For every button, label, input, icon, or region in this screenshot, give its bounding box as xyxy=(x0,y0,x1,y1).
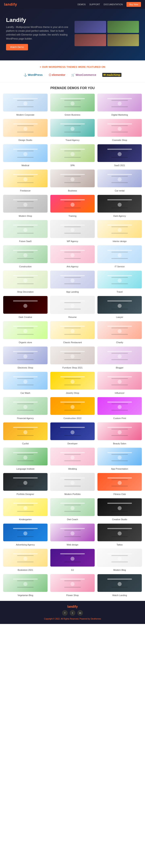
demo-thumbnail xyxy=(3,321,48,339)
demo-item[interactable]: IT Service xyxy=(97,245,142,268)
demo-item[interactable]: SPA xyxy=(50,144,95,167)
nav-demos[interactable]: DEMOS xyxy=(77,3,86,6)
elementor-logo: ⬡ elementor xyxy=(49,73,66,76)
demo-label: Financial Agency xyxy=(17,417,34,420)
demo-item[interactable]: Developer xyxy=(50,422,95,445)
demo-item[interactable]: Digital Marketing xyxy=(97,94,142,116)
demo-label: Cosmetic Shop xyxy=(112,139,127,141)
nav-docs[interactable]: DOCUMENTATION xyxy=(103,3,123,6)
demo-item[interactable]: Language Institute xyxy=(3,447,48,470)
demo-item[interactable]: Cyclist xyxy=(3,422,48,445)
demo-thumbnail xyxy=(3,549,48,567)
watch-demo-button[interactable]: Watch Demo xyxy=(6,44,28,50)
demo-item[interactable]: Organic store xyxy=(3,321,48,344)
demo-item[interactable]: Beauty Salon xyxy=(97,422,142,445)
platform-wordpress: ⚓ WordPress xyxy=(24,73,43,76)
demo-item[interactable]: Blogger xyxy=(97,346,142,369)
demo-item[interactable]: Interior design xyxy=(97,220,142,243)
demo-item[interactable]: Business xyxy=(50,169,95,192)
instagram-icon[interactable]: in xyxy=(77,610,83,616)
demo-item[interactable]: Modern Portfolio xyxy=(50,473,95,496)
demo-label: Organic store xyxy=(19,341,32,344)
demo-label: Charity xyxy=(116,341,123,344)
demo-thumbnail xyxy=(50,321,95,339)
demo-item[interactable]: Shop Decoration xyxy=(3,271,48,293)
demo-label: Digital Marketing xyxy=(111,114,128,116)
demo-item[interactable]: Car Wash xyxy=(3,372,48,395)
demo-item[interactable]: DJ xyxy=(50,549,95,571)
demo-item[interactable]: Cosmetic Shop xyxy=(97,119,142,142)
demo-item[interactable]: Car rental xyxy=(97,169,142,192)
hero-img-2 xyxy=(107,21,139,33)
demo-label: Dark Creative xyxy=(19,316,32,318)
demo-label: Business xyxy=(68,189,77,192)
demo-item[interactable]: Classic Restaurant xyxy=(50,321,95,344)
demo-item[interactable]: App Presentation xyxy=(97,447,142,470)
demo-item[interactable]: Custom Print xyxy=(97,397,142,420)
demo-item[interactable]: Design Studio xyxy=(3,119,48,142)
demo-item[interactable]: Diet Coach xyxy=(50,498,95,521)
demo-item[interactable]: WP Agency xyxy=(50,220,95,243)
demo-thumbnail xyxy=(3,296,48,314)
demo-item[interactable]: Web design xyxy=(50,523,95,546)
demo-item[interactable]: App Landing xyxy=(50,271,95,293)
demo-item[interactable]: Bookstore 2021 xyxy=(3,549,48,571)
demo-item[interactable]: SaaS 2021 xyxy=(97,144,142,167)
demo-item[interactable]: Fitness Club xyxy=(97,473,142,496)
twitter-icon[interactable]: t xyxy=(70,610,75,616)
demo-thumbnail xyxy=(97,549,142,567)
demo-item[interactable]: Travel xyxy=(97,271,142,293)
demo-item[interactable]: Financial Agency xyxy=(3,397,48,420)
demo-item[interactable]: Furniture Shop 2021 xyxy=(50,346,95,369)
demo-label: Car Wash xyxy=(21,392,30,394)
demo-item[interactable]: Modern Blog xyxy=(97,549,142,571)
demo-item[interactable]: Charity xyxy=(97,321,142,344)
demo-item[interactable]: Travel Agency xyxy=(50,119,95,142)
demo-thumbnail xyxy=(97,195,142,213)
demo-item[interactable]: Tattoo xyxy=(97,523,142,546)
demo-label: Tattoo xyxy=(117,544,123,546)
footer-logo: landify xyxy=(4,605,141,609)
demo-item[interactable]: Flower Shop xyxy=(50,574,95,597)
demo-label: DJ xyxy=(71,569,74,571)
nav-support[interactable]: SUPPORT xyxy=(89,3,100,6)
demo-item[interactable]: Lawyer xyxy=(97,296,142,319)
demos-grid: Modern Corporate Green Business Digital … xyxy=(3,94,142,597)
demo-label: Furniture Shop 2021 xyxy=(63,367,82,369)
demo-item[interactable]: Modern Shop xyxy=(3,195,48,218)
demo-item[interactable]: Influencer xyxy=(97,372,142,395)
buy-now-button[interactable]: Buy Now xyxy=(126,2,141,7)
demo-item[interactable]: Construction xyxy=(3,245,48,268)
demo-item[interactable]: Resume xyxy=(50,296,95,319)
demo-item[interactable]: Training xyxy=(50,195,95,218)
demo-item[interactable]: Green Business xyxy=(50,94,95,116)
demo-item[interactable]: Jewelry Shop xyxy=(50,372,95,395)
demo-item[interactable]: Dark Creative xyxy=(3,296,48,319)
demo-item[interactable]: Modern Corporate xyxy=(3,94,48,116)
demo-label: Watch Landing xyxy=(112,594,127,596)
demo-item[interactable]: Wedding xyxy=(50,447,95,470)
demo-item[interactable]: Electronic Shop xyxy=(3,346,48,369)
featured-label: + OUR WORDPRESS THEMES WERE FEATURED ON xyxy=(4,65,141,68)
demo-item[interactable]: Dark Agency xyxy=(97,195,142,218)
facebook-icon[interactable]: f xyxy=(62,610,68,616)
demo-item[interactable]: Freelancer xyxy=(3,169,48,192)
demo-label: Wedding xyxy=(68,468,77,470)
demo-label: App Presentation xyxy=(111,468,128,470)
demo-item[interactable]: Future SaaS xyxy=(3,220,48,243)
demo-thumbnail xyxy=(97,271,142,288)
demo-item[interactable]: Construction 2022 xyxy=(50,397,95,420)
demo-item[interactable]: Arts Agency xyxy=(50,245,95,268)
platform-woocommerce: 🛒 WooCommerce xyxy=(71,73,96,76)
demo-item[interactable]: Advertising Agency xyxy=(3,523,48,546)
hero-content: Landify Landify - Multipurpose WordPress… xyxy=(6,17,71,50)
demo-thumbnail xyxy=(3,220,48,238)
demo-item[interactable]: Vegetarian Blog xyxy=(3,574,48,597)
demo-item[interactable]: Watch Landing xyxy=(97,574,142,597)
demo-item[interactable]: Portfolio Designer xyxy=(3,473,48,496)
demo-item[interactable]: Kindergarten xyxy=(3,498,48,521)
demo-item[interactable]: Creative Studio xyxy=(97,498,142,521)
demo-item[interactable]: Medical xyxy=(3,144,48,167)
demo-label: Advertising Agency xyxy=(16,544,35,546)
demo-thumbnail xyxy=(50,271,95,288)
